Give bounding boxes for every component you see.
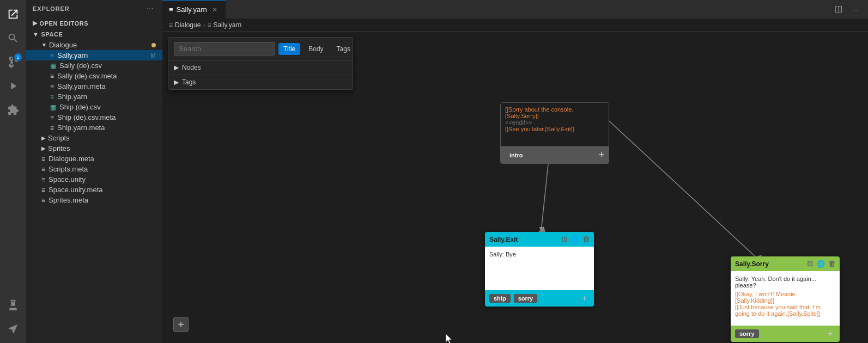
intro-footer: intro + <box>501 146 609 163</box>
tree-item-ship-yarn[interactable]: ≡ Ship.yarn <box>26 91 162 102</box>
intro-add-btn[interactable]: + <box>598 149 604 161</box>
tree-item-sally-yarn[interactable]: ≡ Sally.yarn M <box>26 50 162 60</box>
sally-exit-header: Sally.Exit ⊡ 🌐 🗑 <box>485 232 594 247</box>
sally-sorry-add-btn[interactable]: + <box>825 329 835 339</box>
sidebar: EXPLORER ··· ▶ OPEN EDITORS ▼ SPACE ▼ Di… <box>26 0 162 343</box>
breadcrumb-dialogue[interactable]: Dialogue <box>175 21 201 29</box>
sally-exit-delete-icon[interactable]: 🗑 <box>582 235 590 243</box>
sally-sorry-header: Sally.Sorry ⊡ 🌐 🗑 <box>731 256 840 271</box>
intro-line-1: [[Sorry about the console.[Sally.Sorry]] <box>505 106 604 119</box>
tree-item-ship-de-csv-meta[interactable]: ≡ Ship (de).csv.meta <box>26 112 162 122</box>
sally-sorry-title: Sally.Sorry <box>735 260 807 268</box>
sally-sorry-edit-icon[interactable]: ⊡ <box>807 260 813 268</box>
sally-sorry-delete-icon[interactable]: 🗑 <box>828 260 835 268</box>
explorer-icon[interactable] <box>3 4 23 24</box>
tags-label: Tags <box>182 78 196 86</box>
tree-item-space-unity[interactable]: ≡ Space.unity <box>26 174 162 185</box>
search-section-nodes[interactable]: ▶ Nodes <box>168 60 353 75</box>
sally-exit-body: Sally: Bye. <box>485 247 594 290</box>
sally-exit-edit-icon[interactable]: ⊡ <box>561 235 567 243</box>
sally-exit-line-1: Sally: Bye. <box>489 251 590 258</box>
breadcrumb-sally-yarn[interactable]: Sally.yarn <box>213 21 241 29</box>
filter-tags-button[interactable]: Tags <box>332 43 355 55</box>
space-label: SPACE <box>41 31 63 38</box>
tree-item-sally-de-csv-meta[interactable]: ≡ Sally (de).csv.meta <box>26 71 162 81</box>
flask-icon[interactable] <box>3 295 23 315</box>
tag-sorry-exit[interactable]: sorry <box>514 294 538 303</box>
run-icon[interactable] <box>3 76 23 96</box>
sally-exit-globe-icon[interactable]: 🌐 <box>570 235 579 243</box>
filter-body-button[interactable]: Body <box>304 43 328 55</box>
sally-sorry-body: Sally: Yeah. Don't do it again... please… <box>731 271 840 326</box>
open-editors-arrow: ▶ <box>33 20 38 27</box>
search-panel-header: Title Body Tags <box>168 38 353 60</box>
sally-sorry-footer: sorry + <box>731 326 840 342</box>
sally-exit-footer: ship sorry + <box>485 290 594 307</box>
search-section-tags[interactable]: ▶ Tags <box>168 75 353 89</box>
dialogue-modified-dot <box>151 43 156 47</box>
split-editor-button[interactable] <box>831 2 846 17</box>
source-control-icon[interactable]: 1 <box>3 52 23 72</box>
extensions-icon[interactable] <box>3 100 23 120</box>
add-node-button[interactable]: + <box>173 317 189 332</box>
tree-item-scripts-meta[interactable]: ≡ Scripts.meta <box>26 164 162 174</box>
open-editors-section[interactable]: ▶ OPEN EDITORS <box>26 17 162 29</box>
source-icon[interactable] <box>3 319 23 339</box>
tab-label: Sally.yarn <box>177 5 207 14</box>
tab-close-button[interactable]: ✕ <box>210 5 219 14</box>
tree-item-ship-yarn-meta[interactable]: ≡ Ship.yarn.meta <box>26 122 162 133</box>
space-arrow: ▼ <box>33 31 39 38</box>
node-intro: [[Sorry about the console.[Sally.Sorry]]… <box>500 102 609 164</box>
activity-bottom <box>3 295 23 343</box>
sally-exit-add-btn[interactable]: + <box>580 293 590 303</box>
intro-line-2: [[See you later.[Sally.Exit]] <box>505 126 604 132</box>
tree-item-dialogue-meta[interactable]: ≡ Dialogue.meta <box>26 154 162 164</box>
sidebar-title: EXPLORER <box>33 5 70 12</box>
sally-exit-actions: ⊡ 🌐 🗑 <box>561 235 590 243</box>
tags-arrow: ▶ <box>174 78 179 86</box>
nodes-arrow: ▶ <box>174 64 179 71</box>
breadcrumb-file-icon: ≡ <box>207 21 211 29</box>
space-section[interactable]: ▼ SPACE <box>26 29 162 40</box>
tag-ship[interactable]: ship <box>489 294 511 303</box>
tag-intro[interactable]: intro <box>505 151 527 160</box>
tree-item-space-unity-meta[interactable]: ≡ Space.unity.meta <box>26 185 162 195</box>
sidebar-header: EXPLORER ··· <box>26 0 162 17</box>
cursor <box>446 334 452 343</box>
main-area: ≡ Sally.yarn ✕ ··· ≡ Dialogue › ≡ Sally.… <box>162 0 868 343</box>
canvas-area[interactable]: Title Body Tags ▶ Nodes ▶ Tags [[Sorry a… <box>162 32 868 343</box>
tree-item-sally-de-csv[interactable]: ▦ Sally (de).csv <box>26 60 162 71</box>
node-sally-sorry: Sally.Sorry ⊡ 🌐 🗑 Sally: Yeah. Don't do … <box>731 256 840 342</box>
more-actions-button[interactable]: ··· <box>848 2 864 17</box>
nodes-label: Nodes <box>182 64 201 71</box>
sorry-line-2: [[Okay, I won't! Meanie.[Sally.Kidding]] <box>735 291 835 304</box>
tree-item-sprites[interactable]: ▶ Sprites <box>26 143 162 154</box>
breadcrumb: ≡ Dialogue › ≡ Sally.yarn <box>162 19 868 32</box>
tag-sorry[interactable]: sorry <box>735 329 759 338</box>
intro-endif: <<endif>> <box>505 119 604 126</box>
tab-bar: ≡ Sally.yarn ✕ ··· <box>162 0 868 19</box>
tree-item-sprites-meta[interactable]: ≡ Sprites.meta <box>26 195 162 205</box>
activity-bar: 1 <box>0 0 26 343</box>
tree-item-sally-yarn-meta[interactable]: ≡ Sally.yarn.meta <box>26 81 162 91</box>
sally-exit-title: Sally.Exit <box>489 236 561 243</box>
breadcrumb-sep-1: › <box>203 21 205 29</box>
search-activity-icon[interactable] <box>3 28 23 48</box>
breadcrumb-icon: ≡ <box>169 21 173 29</box>
svg-line-1 <box>604 116 756 258</box>
tab-icon: ≡ <box>169 5 173 14</box>
open-editors-label: OPEN EDITORS <box>40 20 89 27</box>
node-sally-exit: Sally.Exit ⊡ 🌐 🗑 Sally: Bye. ship sorry … <box>485 232 594 307</box>
sally-sorry-globe-icon[interactable]: 🌐 <box>816 260 825 268</box>
tree-item-scripts[interactable]: ▶ Scripts <box>26 133 162 143</box>
tree-item-ship-de-csv[interactable]: ▦ Ship (de).csv <box>26 102 162 112</box>
sorry-line-1: Sally: Yeah. Don't do it again... please… <box>735 275 835 289</box>
sidebar-more-button[interactable]: ··· <box>144 4 156 13</box>
tab-actions: ··· <box>831 2 868 17</box>
tree-item-dialogue[interactable]: ▼ Dialogue <box>26 40 162 50</box>
source-control-badge: 1 <box>14 53 22 61</box>
sally-sorry-actions: ⊡ 🌐 🗑 <box>807 260 835 268</box>
search-input[interactable] <box>174 42 275 56</box>
tab-sally-yarn[interactable]: ≡ Sally.yarn ✕ <box>162 0 226 19</box>
filter-title-button[interactable]: Title <box>278 43 300 55</box>
